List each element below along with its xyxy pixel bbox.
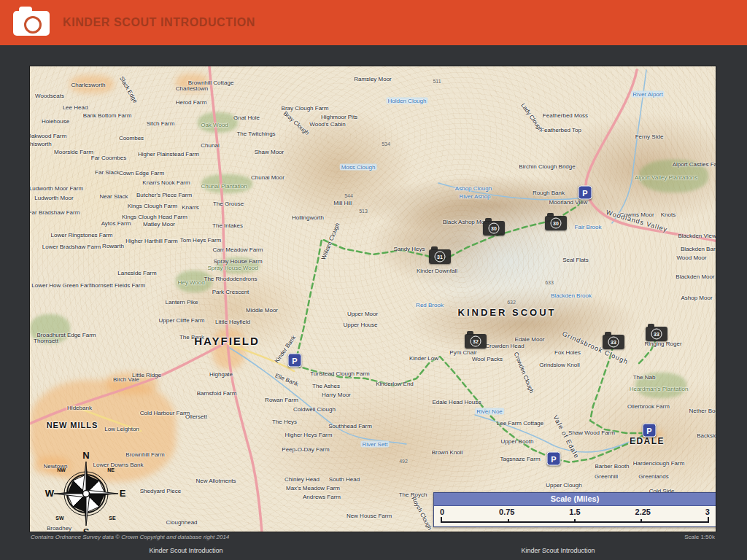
map-label: Knarrs Nook Farm: [142, 179, 190, 186]
woodland-patch: [635, 373, 686, 398]
map-label: The Ashes: [312, 383, 340, 389]
town-label: HAYFIELD: [194, 335, 260, 347]
map-label: Fair Brook: [575, 224, 602, 230]
road-minor-hayfield: [228, 343, 294, 371]
map-viewport[interactable]: WoodseatsCharlesworthCharlestownBrownhil…: [29, 66, 716, 532]
map-label: Wool Packs: [472, 356, 503, 362]
photo-marker-32[interactable]: 32: [465, 334, 487, 349]
map-label: Ludworth Moor Farm: [29, 185, 83, 192]
river-ashop: [438, 183, 583, 200]
photo-marker-30[interactable]: 30: [483, 221, 505, 236]
map-label: Ollerbrook Farm: [627, 403, 670, 410]
map-label: Lee Farm Cottage: [497, 420, 543, 427]
copyright-note: Contains Ordnance Survey data © Crown Co…: [31, 534, 229, 540]
map-label: Andrews Farm: [303, 494, 341, 500]
map-label: Kings Clough Farm: [128, 203, 177, 209]
builtup-area-hayfield: [212, 329, 245, 369]
map-label: Edale Moor: [515, 336, 545, 343]
map-label: Rowarth: [102, 243, 124, 249]
road-a624: [209, 66, 262, 532]
camera-number: 30: [489, 223, 500, 234]
map-label: Shaw Wood Farm: [568, 429, 615, 436]
photo-marker-33[interactable]: 33: [603, 335, 624, 349]
map-label: Oak Wood: [201, 122, 228, 128]
walk-route-south: [295, 357, 649, 462]
map-label: Broadhey: [47, 525, 71, 532]
map-label: Blackden Barn: [681, 246, 716, 252]
map-label: Coombes: [119, 135, 144, 141]
compass-cardinal-points: [54, 462, 118, 526]
spot-height: 544: [344, 193, 353, 198]
photo-marker-33[interactable]: 33: [646, 327, 667, 341]
map-label: Little Hayfield: [215, 319, 250, 325]
map-label: Higher Harthill Farm: [125, 238, 178, 244]
map-label: Ludworth Moor: [34, 195, 73, 201]
map-label: Cowms Moor: [619, 211, 654, 218]
woodland-patch: [198, 112, 238, 133]
compass-nw: NW: [57, 467, 66, 472]
map-label: Higher Heys Farm: [285, 432, 333, 438]
camera-number: 31: [435, 252, 446, 262]
woodland-patch: [201, 174, 252, 193]
camera-icon: [13, 11, 50, 36]
title-bar: KINDER SCOUT INTRODUCTION: [0, 0, 747, 45]
map-label: Wood's Cabin: [309, 121, 345, 128]
map-label: Far Bradshaw Farm: [29, 209, 80, 216]
map-label: Lower Bradshaw Farm: [42, 244, 101, 250]
camera-number: 30: [551, 218, 562, 229]
camera-lens-icon: [24, 16, 42, 34]
map-label: Newtown: [44, 463, 68, 470]
map-label: Kings Clough Head Farm: [122, 214, 187, 220]
scale-bar-title: Scale (Miles): [434, 493, 716, 506]
road-minor-new-mills: [74, 406, 141, 431]
woodland-patch: [176, 271, 212, 292]
map-label: River Sett: [360, 441, 389, 448]
photo-marker-31[interactable]: 31: [429, 249, 451, 264]
map-label: Chisworth: [29, 141, 52, 147]
map-label: Chunal Plantation: [201, 183, 247, 190]
map-label: Butcher's Piece Farm: [136, 192, 192, 198]
map-label: Red Brook: [416, 302, 444, 308]
map-label: Broadhurst Edge Farm: [37, 332, 96, 338]
map-label: Chunal Moor: [251, 174, 285, 181]
river-sett: [228, 347, 406, 444]
walk-route-north: [295, 198, 585, 365]
map-label: Rough Bank: [533, 190, 565, 196]
map-label: Lower Downs Bank: [93, 462, 144, 468]
photo-marker-30[interactable]: 30: [545, 216, 567, 230]
compass-n: N: [82, 450, 89, 461]
map-label: Featherbed Moss: [543, 112, 588, 119]
map-label: Chinley Head: [285, 476, 320, 483]
bottom-bar-label-right: Kinder Scout Introduction: [521, 547, 595, 554]
map-label: Aytos Farm: [101, 220, 131, 227]
map-label: Brownhill Cottage: [188, 79, 234, 86]
map-label: Bray Clough Farm: [282, 105, 329, 112]
map-label: Tagsnaze Farm: [500, 456, 540, 462]
scale-tick-label: 1.5: [569, 508, 580, 516]
map-label: Max's Meadow Farm: [286, 485, 340, 491]
map-label: Lady Clough: [519, 102, 543, 133]
map-label: Knots: [661, 211, 676, 218]
map-label: River Alport: [631, 91, 664, 98]
map-label: Greenhill: [595, 473, 618, 480]
map-label: Little Ridge: [132, 372, 161, 378]
woodland-patch: [30, 314, 70, 343]
map-label: Spray House Wood: [207, 265, 258, 271]
parking-marker: P: [547, 452, 561, 466]
compass-sw: SW: [55, 516, 64, 521]
map-label: Elle Bank: [274, 372, 300, 387]
map-label: Shaw Moor: [255, 149, 284, 155]
map-label: Highmoor Pits: [321, 114, 357, 120]
scale-tick-label: 0: [440, 508, 444, 516]
map-label: Ramsley Moor: [354, 76, 392, 82]
map-label: Ollersett: [185, 413, 207, 420]
map-label: Hollingworth: [292, 214, 324, 221]
map-label: Far Coombes: [91, 155, 126, 161]
builtup-area-new-mills: [30, 380, 176, 482]
map-label: Woodseats: [35, 93, 64, 99]
map-label: Matley Moor: [143, 221, 175, 228]
road-snake-pass: [586, 70, 716, 241]
builtup-area-charlestown: [176, 74, 209, 92]
map-label: Upper Clough: [546, 482, 581, 489]
map-label: Lower Ringstones Farm: [51, 232, 113, 238]
